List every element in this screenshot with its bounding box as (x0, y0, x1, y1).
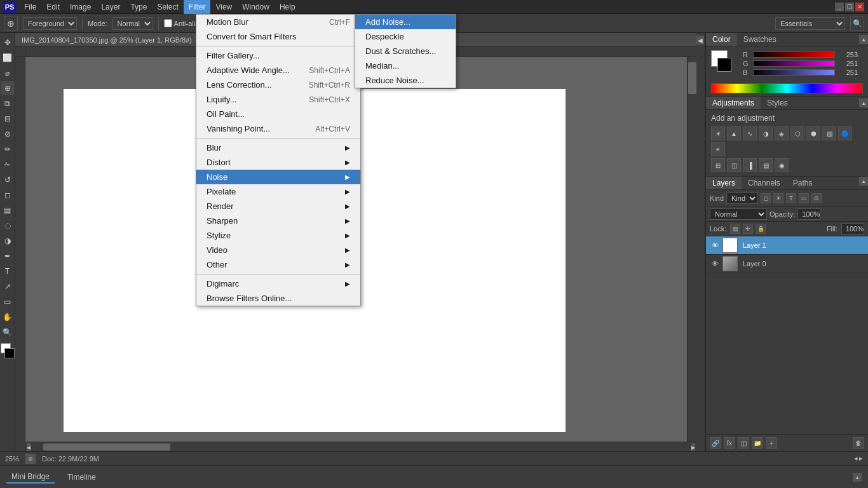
scroll-right-btn[interactable]: ▸ (691, 443, 695, 451)
workspace-select[interactable]: Essentials (775, 17, 845, 30)
noise-despeckle[interactable]: Despeckle (355, 29, 456, 44)
crop-tool[interactable]: ⧉ (1, 97, 15, 111)
fill-input[interactable] (841, 223, 864, 234)
adj-curves[interactable]: ∿ (743, 126, 757, 140)
pen-tool[interactable]: ✒ (1, 249, 15, 263)
filter-liquify[interactable]: Liquify... Shift+Ctrl+X (196, 92, 360, 107)
layer1-visibility[interactable]: 👁 (710, 240, 720, 250)
brush-tool[interactable]: ✏ (1, 142, 15, 156)
h-scroll-thumb[interactable] (43, 444, 170, 451)
anti-alias-checkbox[interactable] (164, 19, 172, 27)
link-layers-btn[interactable]: 🔗 (710, 437, 721, 449)
adj-posterize[interactable]: ◫ (727, 158, 741, 172)
filter-other[interactable]: Other ▶ (196, 257, 360, 272)
menu-layer[interactable]: Layer (96, 0, 125, 14)
tab-color[interactable]: Color (706, 33, 737, 46)
minimize-btn[interactable]: _ (835, 3, 844, 11)
opacity-input[interactable] (797, 208, 820, 220)
add-style-btn[interactable]: fx (724, 437, 735, 449)
background-swatch[interactable] (4, 348, 15, 358)
adj-hue-sat[interactable]: ⬡ (790, 126, 804, 140)
lasso-tool[interactable]: ⌀ (1, 66, 15, 80)
lock-pixel-btn[interactable]: ▧ (730, 224, 740, 234)
zoom-tool[interactable]: 🔍 (1, 325, 15, 339)
tab-paths[interactable]: Paths (787, 177, 819, 189)
lock-all-btn[interactable]: 🔒 (756, 224, 766, 234)
collapse-panel-btn[interactable]: ◀ (696, 36, 704, 44)
layer-row-1[interactable]: 👁 Layer 1 (706, 236, 868, 255)
scroll-right-arrow[interactable]: ▸ (859, 454, 863, 463)
menu-image[interactable]: Image (65, 0, 96, 14)
menu-select[interactable]: Select (152, 0, 183, 14)
horizontal-scrollbar[interactable]: ◂ ▸ (25, 442, 696, 451)
quick-select-tool[interactable]: ⊕ (1, 81, 15, 95)
filter-pixel-icon[interactable]: ◻ (761, 193, 771, 203)
kind-select[interactable]: Kind (726, 193, 758, 204)
mini-bridge-collapse[interactable]: ▴ (853, 473, 862, 482)
tab-adjustments[interactable]: Adjustments (706, 97, 761, 109)
noise-reduce-noise[interactable]: Reduce Noise... (355, 73, 456, 88)
filter-blur[interactable]: Blur ▶ (196, 140, 360, 155)
filter-pixelate[interactable]: Pixelate ▶ (196, 184, 360, 199)
filter-video[interactable]: Video ▶ (196, 243, 360, 257)
hand-tool[interactable]: ✋ (1, 310, 15, 324)
adj-invert[interactable]: ⊟ (711, 158, 725, 172)
adj-channel-mixer[interactable]: ≡ (711, 142, 725, 156)
blend-mode-select[interactable]: Normal (710, 208, 767, 220)
filter-noise[interactable]: Noise ▶ (196, 170, 360, 184)
tab-mini-bridge[interactable]: Mini Bridge (6, 471, 55, 484)
adj-bw[interactable]: ▧ (822, 126, 836, 140)
adj-brightness[interactable]: ☀ (711, 126, 725, 140)
filter-vanishing-point[interactable]: Vanishing Point... Alt+Ctrl+V (196, 121, 360, 136)
color-panel-collapse[interactable]: ▴ (859, 35, 868, 44)
adj-color-balance[interactable]: ⬢ (806, 126, 820, 140)
tab-swatches[interactable]: Swatches (737, 33, 783, 46)
adj-vibrance[interactable]: ◈ (775, 126, 789, 140)
filter-digimarc[interactable]: Digimarc ▶ (196, 276, 360, 291)
adj-photo-filter[interactable]: 🔵 (838, 126, 852, 140)
vertical-scrollbar[interactable] (687, 57, 696, 442)
adj-gradient-map[interactable]: ▤ (759, 158, 773, 172)
menu-filter[interactable]: Filter (184, 0, 211, 14)
menu-window[interactable]: Window (237, 0, 275, 14)
adj-threshold[interactable]: ▐ (743, 158, 757, 172)
filter-adj-icon[interactable]: ☀ (773, 193, 783, 203)
add-mask-btn[interactable]: ◫ (738, 437, 749, 449)
history-brush-tool[interactable]: ↺ (1, 173, 15, 187)
tab-layers[interactable]: Layers (706, 177, 742, 189)
scroll-left-arrow[interactable]: ◂ (854, 454, 858, 463)
marquee-tool[interactable]: ⬜ (1, 51, 15, 65)
layers-panel-collapse[interactable]: ▴ (859, 177, 868, 186)
lock-position-btn[interactable]: ✢ (743, 224, 753, 234)
tab-styles[interactable]: Styles (761, 97, 794, 109)
mode-select[interactable]: Normal (112, 17, 153, 30)
filter-sharpen[interactable]: Sharpen ▶ (196, 214, 360, 228)
noise-add-noise[interactable]: Add Noise... (355, 15, 456, 29)
menu-file[interactable]: File (19, 0, 41, 14)
text-tool[interactable]: T (1, 264, 15, 278)
filter-render[interactable]: Render ▶ (196, 199, 360, 214)
layer0-visibility[interactable]: 👁 (710, 259, 720, 269)
filter-type-icon[interactable]: T (786, 193, 796, 203)
menu-type[interactable]: Type (125, 0, 152, 14)
gradient-tool[interactable]: ▤ (1, 203, 15, 217)
healing-tool[interactable]: ⊘ (1, 127, 15, 141)
filter-shape-icon[interactable]: ▭ (799, 193, 809, 203)
close-btn[interactable]: ✕ (855, 3, 864, 11)
menu-edit[interactable]: Edit (41, 0, 65, 14)
restore-btn[interactable]: ❐ (845, 3, 854, 11)
noise-median[interactable]: Median... (355, 58, 456, 73)
move-tool[interactable]: ✥ (1, 36, 15, 50)
filter-adaptive-wide[interactable]: Adaptive Wide Angle... Shift+Ctrl+A (196, 63, 360, 78)
dodge-tool[interactable]: ◑ (1, 234, 15, 248)
tab-timeline[interactable]: Timeline (61, 471, 102, 484)
scroll-arrows[interactable]: ◂ ▸ (854, 454, 863, 463)
filter-motion-blur[interactable]: Motion Blur Ctrl+F (196, 15, 360, 29)
layer-row-0[interactable]: 👁 Layer 0 (706, 255, 868, 273)
new-layer-btn[interactable]: + (766, 437, 777, 449)
adj-panel-collapse[interactable]: ▴ (859, 98, 868, 107)
eyedropper-tool[interactable]: ⊟ (1, 112, 15, 126)
new-group-btn[interactable]: 📁 (752, 437, 763, 449)
filter-oil-paint[interactable]: Oil Paint... (196, 107, 360, 121)
clone-tool[interactable]: ✁ (1, 158, 15, 172)
